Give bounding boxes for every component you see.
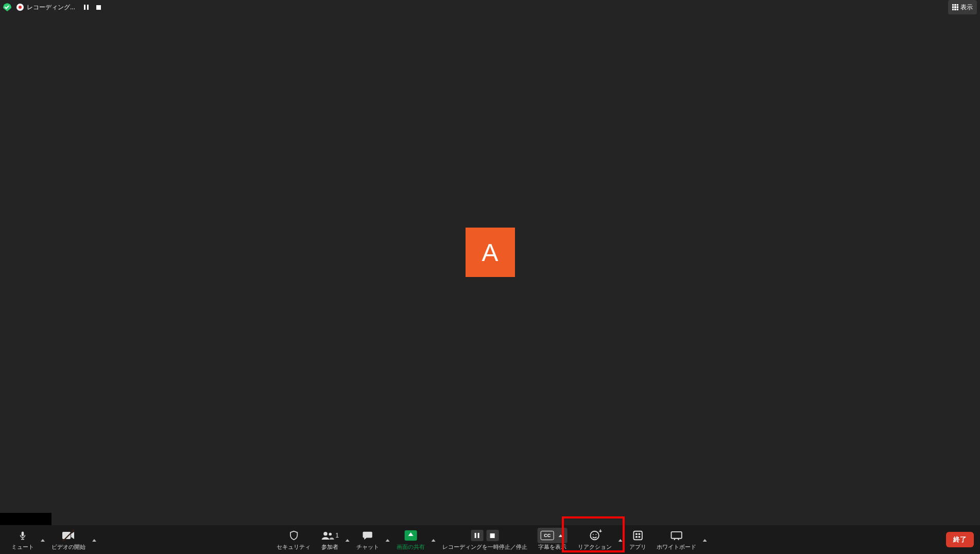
security-button[interactable]: セキュリティ [271,528,316,554]
reactions-icon: + [589,530,600,541]
participant-avatar: A [466,228,515,277]
top-bar: レコーディング... 表示 [0,0,980,14]
bottom-toolbar: ミュート ビデオの開始 セキュリティ 1 参加者 [0,525,980,554]
reactions-button[interactable]: + リアクション [573,528,617,554]
avatar-initial: A [482,238,498,267]
share-screen-icon [404,530,417,541]
svg-rect-9 [635,533,638,535]
svg-rect-8 [633,531,642,540]
chat-options-caret[interactable] [384,534,391,546]
share-label: 画面の共有 [397,543,425,551]
end-label: 終了 [953,535,967,543]
stop-icon [490,533,495,538]
svg-point-3 [323,532,327,535]
participants-options-caret[interactable] [344,534,351,546]
apps-icon [632,530,643,541]
share-options-caret[interactable] [430,534,437,546]
cc-badge: CC [541,531,554,540]
microphone-icon [18,530,27,541]
mute-button[interactable]: ミュート [6,528,39,554]
chat-icon [362,530,373,541]
share-screen-button[interactable]: 画面の共有 [391,528,430,554]
record-pause-mini-button[interactable] [471,530,483,541]
svg-point-7 [596,534,597,535]
record-control-icon [471,530,498,541]
plus-icon: + [599,528,602,534]
shield-icon [288,530,299,541]
recording-label: レコーディング... [27,3,75,12]
record-label: レコーディングを一時停止／停止 [442,543,527,551]
end-meeting-button[interactable]: 終了 [946,532,974,547]
reactions-options-caret[interactable] [617,534,624,546]
video-options-caret[interactable] [91,534,98,546]
participants-label: 参加者 [321,543,338,551]
captions-options-caret[interactable] [557,530,564,541]
svg-point-4 [329,532,332,535]
participant-name-overlay [0,513,51,525]
closed-captions-icon: CC [538,530,568,541]
svg-rect-0 [22,538,23,539]
start-video-button[interactable]: ビデオの開始 [46,528,91,554]
whiteboard-button[interactable]: ホワイトボード [651,528,701,554]
mute-label: ミュート [11,543,34,551]
record-stop-mini-button[interactable] [486,530,498,541]
whiteboard-label: ホワイトボード [657,543,696,551]
svg-rect-11 [635,536,638,538]
video-stage: A [0,0,980,554]
view-button[interactable]: 表示 [948,0,977,14]
security-label: セキュリティ [277,543,311,551]
participants-count: 1 [335,532,339,539]
recording-pause-button[interactable] [81,3,91,12]
stop-icon [96,5,101,10]
svg-rect-13 [671,532,681,539]
participants-icon: 1 [321,530,339,541]
whiteboard-icon [670,530,682,541]
participants-button[interactable]: 1 参加者 [316,528,344,554]
apps-button[interactable]: アプリ [624,528,651,554]
camera-off-icon [62,530,75,541]
captions-label: 字幕を表示 [538,543,566,551]
encryption-shield-icon[interactable] [3,3,11,11]
video-label: ビデオの開始 [51,543,85,551]
pause-icon [84,5,89,10]
captions-button[interactable]: CC 字幕を表示 [532,528,573,554]
pause-icon [475,533,479,538]
view-label: 表示 [960,3,973,12]
whiteboard-options-caret[interactable] [701,534,709,546]
record-control-button[interactable]: レコーディングを一時停止／停止 [437,528,532,554]
apps-label: アプリ [629,543,646,551]
svg-point-5 [591,531,599,540]
chat-label: チャット [356,543,379,551]
recording-indicator-icon [16,4,24,11]
recording-stop-button[interactable] [94,3,103,12]
svg-rect-1 [21,539,24,540]
grid-icon [952,4,958,10]
svg-rect-10 [638,533,640,535]
svg-rect-12 [638,536,640,538]
mute-options-caret[interactable] [39,534,46,546]
chat-button[interactable]: チャット [351,528,384,554]
reactions-label: リアクション [578,543,612,551]
svg-point-6 [593,534,594,535]
